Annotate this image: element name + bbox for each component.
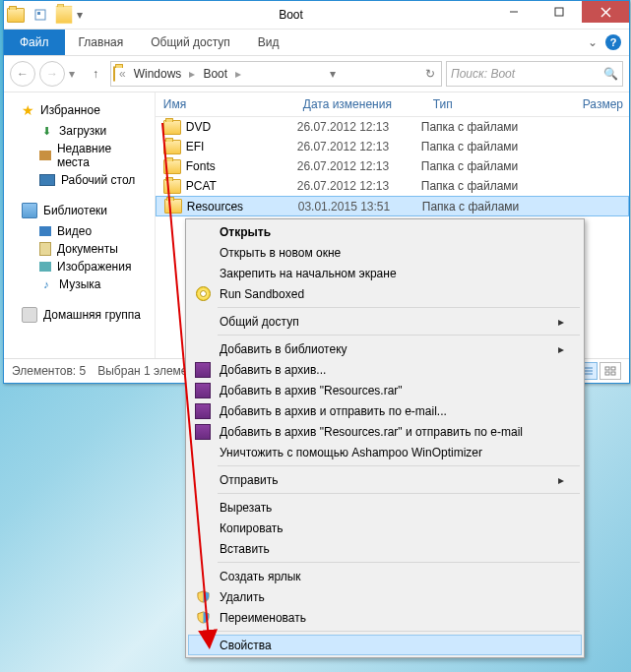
menu-item-label: Добавить в архив...: [220, 363, 326, 377]
col-size[interactable]: Размер: [577, 97, 629, 111]
file-tab[interactable]: Файл: [4, 30, 65, 55]
address-dropdown-icon[interactable]: ▾: [326, 67, 340, 81]
titlebar: ▾ Boot: [4, 1, 629, 30]
minimize-button[interactable]: [491, 1, 536, 23]
nav-item[interactable]: Рабочий стол: [4, 171, 155, 189]
chevron-right-icon[interactable]: ▸: [187, 67, 197, 81]
menu-item[interactable]: Закрепить на начальном экране: [188, 263, 582, 283]
table-row[interactable]: Resources03.01.2015 13:51Папка с файлами: [156, 196, 629, 216]
menu-item[interactable]: Добавить в архив "Resources.rar": [188, 380, 582, 400]
menu-separator: [218, 493, 580, 494]
file-date: 03.01.2015 13:51: [292, 200, 416, 214]
documents-icon: [39, 242, 51, 256]
nav-item[interactable]: ♪Музыка: [4, 275, 155, 293]
search-input[interactable]: Поиск: Boot 🔍: [446, 61, 623, 87]
menu-separator: [218, 335, 580, 336]
menu-item-label: Копировать: [220, 521, 284, 535]
music-icon: ♪: [39, 277, 53, 291]
quick-access-toolbar: [30, 4, 75, 26]
menu-item-label: Добавить в архив и отправить по e-mail..…: [220, 404, 447, 418]
svg-rect-1: [37, 12, 40, 15]
file-date: 26.07.2012 12:13: [291, 140, 415, 153]
nav-item[interactable]: Видео: [4, 222, 155, 240]
nav-homegroup[interactable]: Домашняя группа: [4, 303, 155, 327]
nav-item[interactable]: Документы: [4, 240, 155, 258]
table-row[interactable]: DVD26.07.2012 12:13Папка с файлами: [156, 117, 629, 137]
menu-item[interactable]: Открыть: [188, 221, 582, 242]
file-type: Папка с файлами: [415, 179, 559, 193]
table-row[interactable]: Fonts26.07.2012 12:13Папка с файлами: [156, 156, 629, 176]
address-bar[interactable]: « Windows ▸ Boot ▸ ▾ ↻: [110, 61, 442, 87]
col-date[interactable]: Дата изменения: [297, 97, 427, 111]
menu-item[interactable]: Открыть в новом окне: [188, 242, 582, 263]
search-placeholder: Поиск: Boot: [451, 67, 599, 81]
menu-item-label: Создать ярлык: [220, 570, 301, 583]
menu-separator: [218, 562, 580, 563]
file-type: Папка с файлами: [415, 120, 559, 134]
qat-dropdown-icon[interactable]: ▾: [77, 8, 91, 22]
menu-item[interactable]: Уничтожить с помощью Ashampoo WinOptimiz…: [188, 442, 582, 462]
menu-item[interactable]: Отправить▸: [188, 469, 582, 490]
up-button[interactable]: ↑: [85, 63, 106, 85]
table-row[interactable]: EFI26.07.2012 12:13Папка с файлами: [156, 137, 629, 156]
recent-icon: [39, 151, 51, 160]
ribbon-tab[interactable]: Вид: [244, 30, 293, 55]
file-name: EFI: [186, 140, 205, 153]
shield-icon: [193, 590, 213, 603]
chevron-right-icon: ▸: [558, 342, 564, 356]
file-name: PCAT: [186, 179, 217, 193]
breadcrumb[interactable]: Boot: [199, 67, 231, 81]
view-large-icon[interactable]: [599, 362, 621, 380]
menu-item[interactable]: Добавить в архив и отправить по e-mail..…: [188, 400, 582, 421]
menu-separator: [218, 307, 580, 308]
folder-app-icon: [7, 6, 25, 24]
menu-item[interactable]: Переименовать: [188, 607, 582, 628]
menu-item-label: Добавить в архив "Resources.rar" и отпра…: [220, 425, 523, 439]
menu-item[interactable]: Копировать: [188, 518, 582, 538]
context-menu: ОткрытьОткрыть в новом окнеЗакрепить на …: [185, 218, 585, 658]
menu-item-label: Уничтожить с помощью Ashampoo WinOptimiz…: [220, 446, 482, 459]
nav-item[interactable]: Изображения: [4, 258, 155, 275]
menu-item[interactable]: Вставить: [188, 538, 582, 559]
breadcrumb-sep: «: [117, 67, 128, 81]
menu-item[interactable]: Добавить в библиотеку▸: [188, 338, 582, 359]
ribbon-tab[interactable]: Общий доступ: [137, 30, 244, 55]
ribbon-tab[interactable]: Главная: [65, 30, 138, 55]
nav-pane: ★Избранное ⬇Загрузки Недавние места Рабо…: [4, 92, 156, 378]
archive-icon: [193, 383, 213, 398]
sandbox-icon: [193, 286, 213, 301]
menu-item[interactable]: Общий доступ▸: [188, 311, 582, 332]
qat-newfolder-icon[interactable]: [53, 4, 75, 26]
refresh-icon[interactable]: ↻: [421, 67, 439, 81]
libraries-icon: [22, 203, 37, 218]
chevron-right-icon: ▸: [558, 473, 564, 487]
history-dropdown-icon[interactable]: ▾: [69, 67, 81, 81]
menu-item[interactable]: Добавить в архив "Resources.rar" и отпра…: [188, 421, 582, 442]
chevron-right-icon[interactable]: ▸: [233, 67, 243, 81]
menu-separator: [218, 465, 580, 466]
ribbon: Файл Главная Общий доступ Вид ⌄ ?: [4, 30, 629, 56]
menu-item[interactable]: Свойства: [188, 635, 582, 655]
nav-item[interactable]: Недавние места: [4, 140, 155, 171]
menu-item[interactable]: Вырезать: [188, 497, 582, 518]
nav-item[interactable]: ⬇Загрузки: [4, 122, 155, 140]
menu-item[interactable]: Создать ярлык: [188, 566, 582, 586]
shield-icon: [193, 611, 213, 624]
help-icon[interactable]: ?: [605, 34, 621, 50]
nav-favorites[interactable]: ★Избранное: [4, 98, 155, 122]
qat-properties-icon[interactable]: [30, 4, 51, 26]
nav-libraries[interactable]: Библиотеки: [4, 199, 155, 222]
table-row[interactable]: PCAT26.07.2012 12:13Папка с файлами: [156, 176, 629, 196]
forward-button[interactable]: →: [39, 61, 65, 87]
back-button[interactable]: ←: [10, 61, 35, 87]
breadcrumb[interactable]: Windows: [130, 67, 186, 81]
menu-item[interactable]: Удалить: [188, 586, 582, 607]
menu-item-label: Свойства: [220, 639, 272, 652]
maximize-button[interactable]: [536, 1, 582, 23]
menu-item[interactable]: Run Sandboxed: [188, 283, 582, 304]
close-button[interactable]: [582, 1, 629, 23]
col-name[interactable]: Имя: [156, 97, 297, 111]
menu-item[interactable]: Добавить в архив...: [188, 359, 582, 380]
ribbon-expand-icon[interactable]: ⌄: [588, 35, 598, 49]
col-type[interactable]: Тип: [427, 97, 577, 111]
